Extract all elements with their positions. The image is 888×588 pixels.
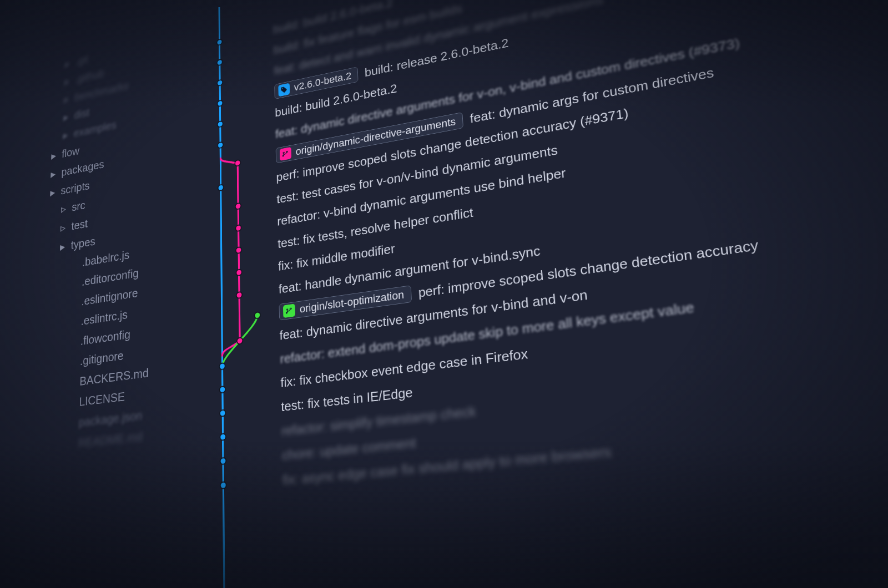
chevron-icon <box>70 322 77 323</box>
chevron-icon <box>70 302 78 303</box>
branch-icon <box>283 304 295 318</box>
chevron-icon: ▸ <box>50 185 57 200</box>
chevron-icon <box>67 444 74 444</box>
chevron-icon <box>67 423 74 423</box>
chevron-icon: ▹ <box>60 220 68 235</box>
chevron-icon: ▸ <box>63 128 70 142</box>
file-tree-item-label: scripts <box>60 179 90 197</box>
file-tree-sidebar[interactable]: ▸.git▸.github▸benchmarks▸dist▸examples▸f… <box>18 16 182 588</box>
chevron-icon: ▸ <box>51 148 58 163</box>
file-tree-item-label: .git <box>75 53 89 68</box>
chevron-icon: ▸ <box>65 57 72 70</box>
chevron-icon <box>71 263 78 264</box>
file-tree-item-label: dist <box>74 105 89 121</box>
chevron-icon <box>68 402 75 403</box>
git-log-panel: build: build 2.6.0-beta.2build: fix feat… <box>182 0 888 588</box>
chevron-icon: ▸ <box>64 92 71 106</box>
chevron-icon <box>69 342 77 343</box>
chevron-icon <box>68 382 75 383</box>
chevron-icon <box>70 282 78 283</box>
chevron-icon: ▸ <box>51 166 58 181</box>
file-tree-item-label: src <box>72 198 85 214</box>
file-tree-item-label: flow <box>62 144 79 160</box>
chevron-icon: ▹ <box>61 201 68 216</box>
file-tree-item-label: .gitignore <box>80 348 124 368</box>
tag-icon <box>278 83 290 97</box>
chevron-icon <box>69 362 76 363</box>
branch-icon <box>280 147 291 161</box>
chevron-icon: ▸ <box>63 110 70 124</box>
file-tree-item-label: test <box>71 216 88 232</box>
file-tree-item-label: types <box>70 234 95 252</box>
chevron-icon: ▸ <box>64 74 72 88</box>
chevron-icon: ▸ <box>60 239 67 254</box>
file-tree-item-label: LICENSE <box>79 389 125 409</box>
file-tree-item-label: README.md <box>78 429 143 450</box>
